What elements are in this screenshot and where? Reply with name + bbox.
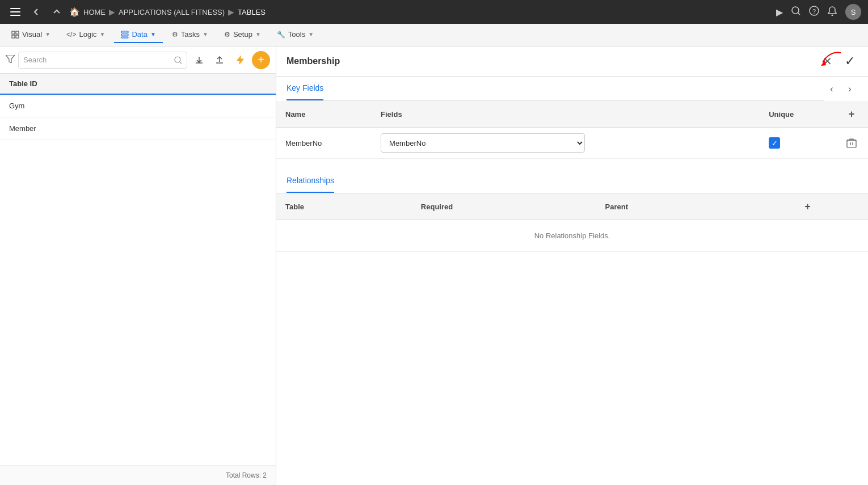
tab-visual[interactable]: Visual ▼ xyxy=(5,27,57,43)
home-icon: 🏠 xyxy=(69,7,80,17)
panel-title: Membership xyxy=(286,56,819,66)
sidebar-footer: Total Rows: 2 xyxy=(0,465,276,485)
svg-rect-0 xyxy=(10,8,20,9)
unique-column-header: Unique xyxy=(760,101,835,128)
panel-content: Name Fields Unique + MemberNo xyxy=(276,101,868,485)
svg-rect-10 xyxy=(16,35,19,38)
home-link[interactable]: HOME xyxy=(83,8,106,16)
relationships-header-row: Table Required Parent + xyxy=(276,193,868,220)
relationships-section: Relationships Table Required Parent + xyxy=(276,159,868,252)
help-button[interactable]: ? xyxy=(809,6,819,18)
upload-button[interactable] xyxy=(211,52,228,69)
svg-point-14 xyxy=(175,57,180,62)
add-relationship-header: + xyxy=(747,193,868,220)
tab-visual-label: Visual xyxy=(22,30,42,39)
svg-rect-2 xyxy=(10,15,20,16)
table-id-label: Table ID xyxy=(9,79,37,88)
table-row-gym[interactable]: Gym xyxy=(0,95,276,117)
tab-tasks[interactable]: ⚙ Tasks ▼ xyxy=(165,27,215,43)
main-layout: Search xyxy=(0,47,868,485)
tab-setup-arrow: ▼ xyxy=(255,31,261,37)
table-row-member[interactable]: Member xyxy=(0,117,276,140)
tables-link[interactable]: TABLES xyxy=(238,8,266,16)
unique-checkbox[interactable]: ✓ xyxy=(769,137,780,149)
breadcrumb-separator-1: ▶ xyxy=(109,7,115,16)
tab-data-label: Data xyxy=(132,30,147,39)
prev-button[interactable]: ‹ xyxy=(824,81,840,97)
tab-logic-label: Logic xyxy=(79,30,96,39)
lightning-button[interactable] xyxy=(231,52,248,69)
add-relationship-button[interactable]: + xyxy=(800,199,815,214)
add-table-button[interactable]: + xyxy=(252,51,270,69)
relationships-table: Table Required Parent + No Relationship … xyxy=(276,193,868,252)
table-id-header: Table ID xyxy=(0,74,276,95)
key-fields-table: Name Fields Unique + MemberNo xyxy=(276,101,868,159)
name-column-header: Name xyxy=(276,101,372,128)
top-nav-right: ▶ ? S xyxy=(776,4,861,20)
svg-rect-1 xyxy=(10,11,20,12)
relationships-tab-container: Relationships xyxy=(276,169,868,193)
svg-text:?: ? xyxy=(812,8,816,15)
sidebar: Search xyxy=(0,47,276,485)
key-field-dropdown[interactable]: MemberNo xyxy=(381,133,585,153)
tab-tools-arrow: ▼ xyxy=(308,31,314,37)
play-button[interactable]: ▶ xyxy=(776,7,783,18)
download-button[interactable] xyxy=(191,52,208,69)
key-field-field-cell: MemberNo xyxy=(372,128,760,159)
table-member-name: Member xyxy=(9,124,36,133)
section-tabs: Key Fields xyxy=(286,77,824,101)
key-field-unique-cell: ✓ xyxy=(760,128,835,159)
next-button[interactable]: › xyxy=(842,81,858,97)
tab-setup[interactable]: ⚙ Setup ▼ xyxy=(217,27,268,43)
search-button[interactable] xyxy=(791,6,801,18)
tab-tools[interactable]: 🔧 Tools ▼ xyxy=(270,27,321,43)
key-fields-section: Name Fields Unique + MemberNo xyxy=(276,101,868,159)
add-key-field-button[interactable]: + xyxy=(844,107,859,121)
up-button[interactable] xyxy=(49,5,65,19)
tab-tools-label: Tools xyxy=(288,30,305,39)
tab-relationships[interactable]: Relationships xyxy=(286,169,334,193)
tab-setup-label: Setup xyxy=(233,30,252,39)
tab-logic-arrow: ▼ xyxy=(100,31,106,37)
svg-rect-13 xyxy=(121,37,128,38)
app-link[interactable]: APPLICATIONS (ALL FITNESS) xyxy=(119,8,225,16)
notification-button[interactable] xyxy=(827,6,837,18)
svg-point-3 xyxy=(792,7,799,14)
key-fields-header-row: Name Fields Unique + xyxy=(276,101,868,128)
table-column-header: Table xyxy=(276,193,412,220)
sidebar-toolbar: Search xyxy=(0,47,276,74)
confirm-button[interactable]: ✓ xyxy=(842,53,858,69)
second-navigation: Visual ▼ </> Logic ▼ Data ▼ ⚙ Tasks ▼ ⚙ … xyxy=(0,24,868,47)
close-button[interactable]: ✕ xyxy=(819,53,835,69)
parent-column-header: Parent xyxy=(596,193,747,220)
key-field-row-memberno: MemberNo MemberNo ✓ xyxy=(276,128,868,159)
svg-rect-11 xyxy=(121,31,128,33)
nav-arrows: ‹ › xyxy=(824,81,858,97)
panel-header: Membership ✕ ✓ xyxy=(276,47,868,77)
right-panel: Membership ✕ ✓ Key Fields ‹ › xyxy=(276,47,868,485)
breadcrumb-separator-2: ▶ xyxy=(228,7,234,16)
delete-key-field-button[interactable] xyxy=(844,136,859,150)
svg-rect-16 xyxy=(847,140,856,147)
tab-tasks-label: Tasks xyxy=(181,30,200,39)
user-avatar[interactable]: S xyxy=(845,4,861,20)
svg-rect-9 xyxy=(12,35,15,38)
fields-column-header: Fields xyxy=(372,101,760,128)
required-column-header: Required xyxy=(412,193,596,220)
svg-rect-8 xyxy=(16,31,19,34)
tab-key-fields[interactable]: Key Fields xyxy=(286,77,323,100)
table-gym-name: Gym xyxy=(9,102,24,110)
back-button[interactable] xyxy=(28,5,44,19)
key-field-name: MemberNo xyxy=(276,128,372,159)
filter-icon[interactable] xyxy=(6,55,15,65)
add-key-field-header: + xyxy=(835,101,868,128)
tab-logic[interactable]: </> Logic ▼ xyxy=(60,27,112,43)
svg-rect-12 xyxy=(121,34,128,36)
tab-visual-arrow: ▼ xyxy=(45,31,50,37)
search-label: Search xyxy=(23,56,47,64)
no-relationship-message: No Relationship Fields. xyxy=(276,220,868,252)
key-field-delete-cell xyxy=(835,128,868,159)
search-box[interactable]: Search xyxy=(18,52,187,69)
hamburger-menu[interactable] xyxy=(7,6,24,18)
tab-data[interactable]: Data ▼ xyxy=(114,27,162,43)
